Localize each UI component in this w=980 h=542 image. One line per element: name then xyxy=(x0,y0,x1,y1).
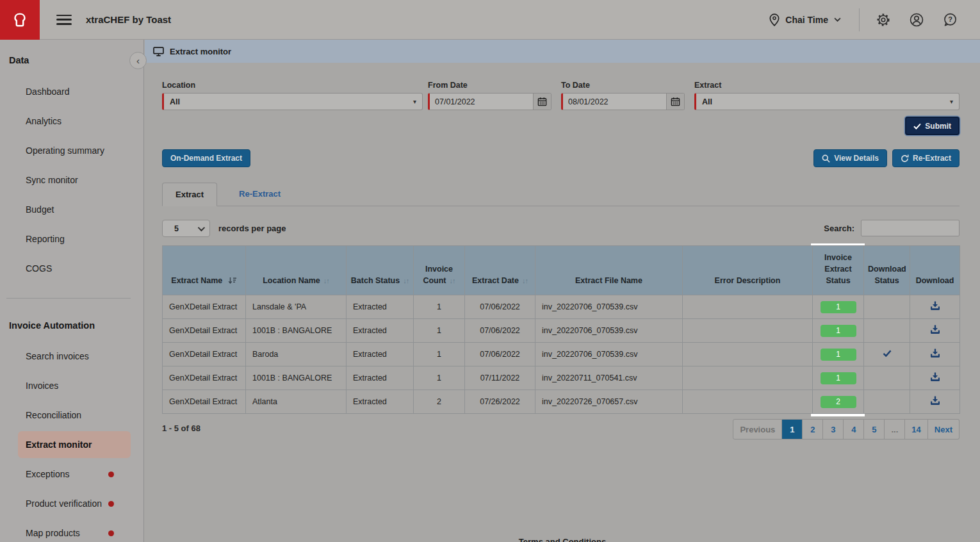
download-button[interactable] xyxy=(910,366,960,390)
col-error-description[interactable]: Error Description xyxy=(683,246,813,295)
table-row[interactable]: GenXDetail Extract Baroda Extracted 1 07… xyxy=(163,343,960,366)
help-icon[interactable]: ? xyxy=(943,13,957,27)
table-row[interactable]: GenXDetail Extract 1001B : BANGALORE Ext… xyxy=(163,366,960,390)
col-download[interactable]: Download xyxy=(910,246,960,295)
download-button[interactable] xyxy=(910,295,960,319)
col-location-name[interactable]: Location Name↓↑ xyxy=(246,246,347,295)
sort-icon: ↓↑ xyxy=(522,277,528,284)
page-title: Extract monitor xyxy=(170,47,231,56)
to-date-input[interactable] xyxy=(563,97,666,106)
records-per-page-label: records per page xyxy=(218,224,286,233)
sidebar-item-invoices[interactable]: Invoices xyxy=(0,371,143,400)
download-status-cell xyxy=(864,343,910,366)
invoice-extract-status-badge: 1 xyxy=(821,325,856,337)
download-icon xyxy=(930,325,940,334)
sort-icon: ↓↑ xyxy=(403,277,409,284)
sidebar-item-product-verification[interactable]: Product verification xyxy=(0,489,143,518)
download-status-cell xyxy=(864,390,910,414)
invoice-extract-status-badge: 1 xyxy=(821,301,856,313)
pagination-next[interactable]: Next xyxy=(928,419,960,439)
submit-button[interactable]: Submit xyxy=(905,117,960,135)
downloaded-check-icon xyxy=(883,350,892,357)
download-button[interactable] xyxy=(910,343,960,366)
invoice-extract-status-badge: 1 xyxy=(821,372,856,384)
alert-dot xyxy=(108,530,114,536)
on-demand-extract-button[interactable]: On-Demand Extract xyxy=(162,149,250,167)
sidebar-item-analytics[interactable]: Analytics xyxy=(0,106,143,136)
alert-dot xyxy=(108,472,114,477)
location-picker[interactable]: Chai Time xyxy=(769,13,841,26)
user-account-icon[interactable] xyxy=(910,13,924,27)
pagination-page-4[interactable]: 4 xyxy=(844,419,864,439)
sidebar-section-data: Dashboard Analytics Operating summary Sy… xyxy=(0,77,143,283)
select-caret-icon: ▾ xyxy=(950,98,953,105)
sidebar-item-budget[interactable]: Budget xyxy=(0,195,143,224)
app-title: xtraCHEF by Toast xyxy=(86,14,171,25)
calendar-icon xyxy=(537,97,547,106)
download-icon xyxy=(930,372,940,382)
select-caret-icon: ▾ xyxy=(413,98,416,105)
pagination-page-2[interactable]: 2 xyxy=(803,419,823,439)
filter-from-date: From Date xyxy=(428,81,551,110)
extract-select[interactable]: All ▾ xyxy=(694,93,960,110)
sidebar-collapse-button[interactable]: ‹ xyxy=(129,52,147,69)
table-row[interactable]: GenXDetail Extract 1001B : BANGALORE Ext… xyxy=(163,319,960,343)
sidebar-item-search-invoices[interactable]: Search invoices xyxy=(0,341,143,371)
from-date-label: From Date xyxy=(428,81,551,90)
download-icon xyxy=(930,301,940,311)
col-download-status[interactable]: Download Status xyxy=(864,246,910,295)
location-pin-icon xyxy=(769,13,780,26)
to-date-calendar-button[interactable] xyxy=(666,94,684,110)
col-extract-file-name[interactable]: Extract File Name xyxy=(535,246,683,295)
table-row[interactable]: GenXDetail Extract Lansdale & 'PA Extrac… xyxy=(163,295,960,319)
error-description-cell xyxy=(683,366,813,390)
from-date-input[interactable] xyxy=(430,97,533,106)
settings-gear-icon[interactable] xyxy=(876,13,890,27)
sort-icon: ↓↑ xyxy=(323,277,329,284)
records-per-page: 5 records per page xyxy=(162,220,286,237)
search-input[interactable] xyxy=(861,220,960,236)
view-details-button[interactable]: View Details xyxy=(813,149,887,167)
re-extract-button[interactable]: Re-Extract xyxy=(892,149,960,167)
error-description-cell xyxy=(683,295,813,319)
pagination-page-14[interactable]: 14 xyxy=(905,419,927,439)
sidebar-item-sync-monitor[interactable]: Sync monitor xyxy=(0,165,143,195)
table-header-row: Extract Name Location Name↓↑ Batch Statu… xyxy=(163,246,960,295)
pagination-summary: 1 - 5 of 68 xyxy=(162,423,200,433)
refresh-icon xyxy=(901,154,909,163)
tab-re-extract[interactable]: Re-Extract xyxy=(226,182,293,206)
download-button[interactable] xyxy=(910,319,960,343)
pagination-ellipsis[interactable]: ... xyxy=(885,419,905,439)
sidebar-item-reconciliation[interactable]: Reconciliation xyxy=(0,400,143,430)
col-extract-name[interactable]: Extract Name xyxy=(163,246,246,295)
tab-extract[interactable]: Extract xyxy=(162,183,217,206)
toast-logo[interactable] xyxy=(0,0,40,40)
pagination-page-3[interactable]: 3 xyxy=(823,419,844,439)
check-icon xyxy=(913,123,921,129)
sidebar-item-cogs[interactable]: COGS xyxy=(0,254,143,283)
download-button[interactable] xyxy=(910,390,960,414)
sidebar-item-map-products[interactable]: Map products xyxy=(0,518,143,542)
location-select[interactable]: All ▾ xyxy=(162,93,423,110)
from-date-calendar-button[interactable] xyxy=(533,94,551,110)
sidebar-item-exceptions[interactable]: Exceptions xyxy=(0,459,143,489)
col-invoice-count[interactable]: Invoice Count↓↑ xyxy=(414,246,465,295)
pagination: Previous 1 2 3 4 5 ... 14 Next xyxy=(733,419,960,439)
pagination-page-5[interactable]: 5 xyxy=(864,419,885,439)
table-row[interactable]: GenXDetail Extract Atlanta Extracted 2 0… xyxy=(163,390,960,414)
pagination-previous[interactable]: Previous xyxy=(733,419,782,439)
download-icon xyxy=(930,396,940,406)
col-batch-status[interactable]: Batch Status↓↑ xyxy=(347,246,414,295)
sidebar-item-reporting[interactable]: Reporting xyxy=(0,224,143,254)
sidebar-item-extract-monitor[interactable]: Extract monitor xyxy=(18,431,131,458)
pagination-page-1[interactable]: 1 xyxy=(782,419,803,439)
records-per-page-select[interactable]: 5 xyxy=(162,220,210,237)
select-chevron-icon xyxy=(198,224,205,231)
sidebar-item-dashboard[interactable]: Dashboard xyxy=(0,77,143,106)
sidebar-item-operating-summary[interactable]: Operating summary xyxy=(0,136,143,165)
terms-and-conditions-link[interactable]: Terms and Conditions xyxy=(145,537,980,542)
col-invoice-extract-status[interactable]: Invoice Extract Status xyxy=(813,246,864,295)
hamburger-menu-icon[interactable] xyxy=(56,15,72,25)
filter-to-date: To Date xyxy=(561,81,685,110)
col-extract-date[interactable]: Extract Date↓↑ xyxy=(465,246,535,295)
